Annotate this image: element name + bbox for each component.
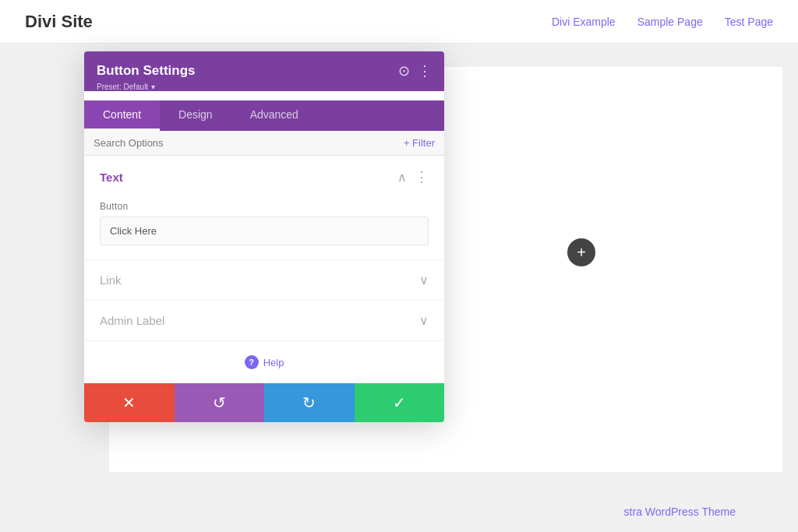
tab-content[interactable]: Content [84, 100, 160, 131]
button-text-input[interactable] [100, 217, 429, 245]
section-text-icons: ∧ ⋮ [397, 168, 429, 185]
modal-body: Text ∧ ⋮ Button Link ∨ [84, 156, 444, 383]
section-text-header[interactable]: Text ∧ ⋮ [84, 156, 444, 198]
top-nav: Divi Site Divi Example Sample Page Test … [0, 0, 798, 44]
redo-button[interactable]: ↻ [264, 383, 355, 422]
reset-button[interactable]: ↺ [175, 383, 265, 422]
redo-icon: ↻ [302, 393, 316, 412]
modal-title: Button Settings [97, 63, 196, 79]
save-icon: ✓ [393, 393, 406, 412]
nav-link-divi-example[interactable]: Divi Example [552, 16, 616, 28]
section-text-content: Button [84, 198, 444, 259]
modal-header-top: Button Settings ⊙ ⋮ [97, 62, 432, 79]
add-button[interactable]: + [567, 238, 595, 266]
save-button[interactable]: ✓ [355, 383, 445, 422]
page-footer: stra WordPress Theme [0, 495, 798, 528]
button-settings-modal: Button Settings ⊙ ⋮ Preset: Default ▾ Co… [84, 51, 444, 422]
tab-advanced[interactable]: Advanced [231, 100, 317, 131]
section-admin-label-title: Admin Label [100, 314, 164, 327]
nav-link-sample-page[interactable]: Sample Page [637, 16, 703, 28]
filter-button[interactable]: + Filter [404, 137, 435, 149]
search-bar: + Filter [84, 131, 444, 156]
target-icon[interactable]: ⊙ [398, 62, 410, 79]
page-content: + Button Settings ⊙ ⋮ Preset: Default ▾ … [0, 44, 798, 495]
section-admin-label: Admin Label ∨ [84, 301, 444, 341]
section-text: Text ∧ ⋮ Button [84, 156, 444, 260]
modal-header-icons: ⊙ ⋮ [398, 62, 432, 79]
nav-links: Divi Example Sample Page Test Page [552, 16, 773, 28]
footer-theme-link[interactable]: stra WordPress Theme [624, 506, 736, 518]
modal-header: Button Settings ⊙ ⋮ Preset: Default ▾ [84, 51, 444, 91]
section-link-icons: ∨ [419, 273, 429, 287]
more-icon[interactable]: ⋮ [418, 62, 432, 79]
section-admin-label-icons: ∨ [419, 313, 429, 328]
section-dots-icon[interactable]: ⋮ [415, 168, 429, 185]
cancel-button[interactable]: ✕ [84, 383, 175, 422]
help-label: Help [263, 357, 284, 368]
section-link-title: Link [100, 273, 122, 287]
preset-chevron: ▾ [151, 83, 155, 91]
section-link: Link ∨ [84, 260, 444, 301]
preset-label[interactable]: Preset: Default ▾ [97, 83, 432, 91]
help-row[interactable]: ? Help [84, 341, 444, 383]
cancel-icon: ✕ [122, 393, 136, 412]
search-input[interactable] [94, 137, 397, 149]
section-text-title: Text [100, 171, 123, 184]
chevron-down-icon[interactable]: ∨ [419, 273, 429, 287]
modal-tabs: Content Design Advanced [84, 100, 444, 131]
site-title: Divi Site [25, 12, 93, 32]
help-icon: ? [245, 355, 259, 369]
nav-link-test-page[interactable]: Test Page [725, 16, 773, 28]
chevron-up-icon[interactable]: ∧ [397, 170, 407, 185]
modal-footer: ✕ ↺ ↻ ✓ [84, 383, 444, 422]
section-link-header[interactable]: Link ∨ [84, 260, 444, 300]
chevron-down-icon-2[interactable]: ∨ [419, 313, 429, 328]
button-field-label: Button [100, 201, 429, 212]
section-admin-label-header[interactable]: Admin Label ∨ [84, 301, 444, 340]
tab-design[interactable]: Design [160, 100, 231, 131]
reset-icon: ↺ [213, 393, 226, 412]
preset-label-text: Preset: Default [97, 83, 148, 91]
